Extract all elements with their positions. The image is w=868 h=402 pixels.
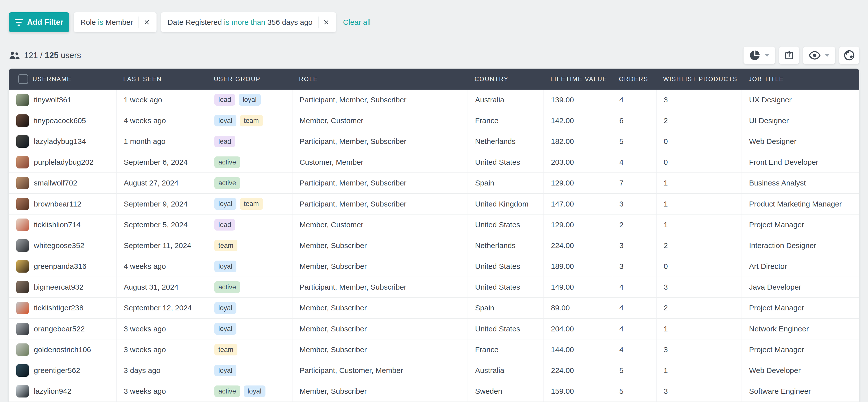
filter-chip-role[interactable]: Role is Member bbox=[74, 12, 157, 32]
table-row[interactable]: ticklishtiger238 September 12, 2024 loya… bbox=[9, 298, 859, 319]
add-filter-button[interactable]: Add Filter bbox=[9, 12, 69, 32]
username-cell: lazyladybug134 bbox=[9, 131, 116, 152]
lifetime-value-cell: 89.00 bbox=[544, 298, 612, 318]
column-header-wishlist-products[interactable]: WISHLIST PRODUCTS bbox=[656, 76, 742, 82]
job-title-cell: Front End Developer bbox=[742, 152, 859, 172]
table-row[interactable]: lazylion942 3 weeks ago activeloyal Memb… bbox=[9, 381, 859, 402]
role-cell: Member, Customer bbox=[292, 214, 468, 235]
remove-filter-button[interactable] bbox=[139, 19, 155, 26]
role-cell: Participant, Member, Subscriber bbox=[292, 90, 468, 110]
pie-chart-icon bbox=[749, 49, 761, 61]
username-text: lazylion942 bbox=[34, 387, 71, 396]
shown-users: 121 bbox=[24, 51, 38, 60]
table-row[interactable]: greentiger562 3 days ago loyal Participa… bbox=[9, 360, 859, 381]
job-title-cell: Product Marketing Manager bbox=[742, 194, 859, 214]
lifetime-value-cell: 224.00 bbox=[544, 235, 612, 256]
close-icon bbox=[144, 19, 150, 26]
loyal-badge: loyal bbox=[214, 198, 237, 209]
country-cell: Australia bbox=[468, 90, 544, 110]
last-seen-cell: August 31, 2024 bbox=[116, 277, 207, 297]
table-row[interactable]: orangebear522 3 weeks ago loyal Member, … bbox=[9, 319, 859, 339]
export-icon bbox=[784, 50, 794, 61]
column-header-job-title[interactable]: JOB TITLE bbox=[742, 76, 859, 82]
column-header-orders[interactable]: ORDERS bbox=[612, 76, 656, 82]
job-title-cell: Project Manager bbox=[742, 298, 859, 318]
badges: activeloyal bbox=[214, 386, 266, 397]
badges: loyal bbox=[214, 302, 237, 314]
username-text: greenpanda316 bbox=[34, 262, 86, 271]
map-button[interactable] bbox=[839, 46, 859, 64]
lead-badge: lead bbox=[214, 94, 235, 105]
last-seen-cell: August 27, 2024 bbox=[116, 173, 207, 193]
role-cell: Member, Subscriber bbox=[292, 319, 468, 339]
export-button[interactable] bbox=[779, 46, 799, 64]
table-row[interactable]: purpleladybug202 September 6, 2024 activ… bbox=[9, 152, 859, 173]
orders-cell: 3 bbox=[612, 235, 656, 256]
table-row[interactable]: tinywolf361 1 week ago leadloyal Partici… bbox=[9, 90, 859, 110]
wishlist-products-cell: 1 bbox=[656, 360, 742, 380]
user-group-cell: active bbox=[207, 277, 292, 297]
orders-cell: 3 bbox=[612, 256, 656, 277]
table-row[interactable]: greenpanda316 4 weeks ago loyal Member, … bbox=[9, 256, 859, 277]
table-row[interactable]: whitegoose352 September 11, 2024 team Me… bbox=[9, 235, 859, 256]
avatar bbox=[16, 198, 29, 210]
user-group-cell: active bbox=[207, 173, 292, 193]
user-group-cell: active bbox=[207, 152, 292, 172]
avatar bbox=[16, 281, 29, 293]
role-cell: Participant, Member, Subscriber bbox=[292, 194, 468, 214]
lifetime-value-cell: 129.00 bbox=[544, 214, 612, 235]
filter-operator: is bbox=[98, 18, 103, 27]
user-group-cell: lead bbox=[207, 214, 292, 235]
table-row[interactable]: bigmeercat932 August 31, 2024 active Par… bbox=[9, 277, 859, 298]
summary-row: 121 / 125 users bbox=[9, 46, 859, 64]
orders-cell: 4 bbox=[612, 339, 656, 360]
username-text: tinypeacock605 bbox=[34, 116, 86, 125]
chart-button[interactable] bbox=[744, 46, 775, 64]
column-header-lifetime-value[interactable]: LIFETIME VALUE bbox=[544, 76, 612, 82]
column-header-username[interactable]: USERNAME bbox=[9, 74, 116, 84]
table-row[interactable]: smallwolf702 August 27, 2024 active Part… bbox=[9, 173, 859, 194]
filter-chip-date-registered[interactable]: Date Registered is more than 356 days ag… bbox=[161, 12, 336, 32]
column-header-last-seen[interactable]: LAST SEEN bbox=[116, 76, 207, 82]
wishlist-products-cell: 3 bbox=[656, 339, 742, 360]
table-row[interactable]: ticklishlion714 September 5, 2024 lead M… bbox=[9, 214, 859, 235]
lead-badge: lead bbox=[214, 136, 235, 147]
lifetime-value-cell: 182.00 bbox=[544, 131, 612, 152]
country-cell: Netherlands bbox=[468, 235, 544, 256]
wishlist-products-cell: 0 bbox=[656, 152, 742, 172]
team-badge: team bbox=[214, 344, 238, 356]
username-text: goldenostrich106 bbox=[34, 345, 91, 354]
wishlist-products-cell: 0 bbox=[656, 256, 742, 277]
visibility-button[interactable] bbox=[803, 46, 835, 64]
wishlist-products-cell: 2 bbox=[656, 298, 742, 318]
clear-all-link[interactable]: Clear all bbox=[343, 18, 371, 27]
user-group-cell: loyal bbox=[207, 360, 292, 380]
country-cell: Spain bbox=[468, 173, 544, 193]
select-all-checkbox[interactable] bbox=[18, 74, 28, 84]
orders-cell: 4 bbox=[612, 319, 656, 339]
avatar bbox=[16, 135, 29, 148]
column-header-role[interactable]: ROLE bbox=[292, 76, 468, 82]
table-row[interactable]: brownbear112 September 9, 2024 loyalteam… bbox=[9, 194, 859, 214]
table-row[interactable]: lazyladybug134 1 month ago lead Particip… bbox=[9, 131, 859, 152]
table-header: USERNAME LAST SEEN USER GROUP ROLE COUNT… bbox=[9, 69, 859, 90]
username-text: ticklishlion714 bbox=[34, 221, 81, 229]
total-users: 125 bbox=[45, 51, 59, 60]
table-row[interactable]: tinypeacock605 4 weeks ago loyalteam Mem… bbox=[9, 110, 859, 131]
wishlist-products-cell: 2 bbox=[656, 235, 742, 256]
username-cell: purpleladybug202 bbox=[9, 152, 116, 172]
lifetime-value-cell: 139.00 bbox=[544, 90, 612, 110]
table-row[interactable]: goldenostrich106 3 weeks ago team Member… bbox=[9, 339, 859, 360]
wishlist-products-cell: 3 bbox=[656, 90, 742, 110]
lifetime-value-cell: 203.00 bbox=[544, 152, 612, 172]
column-header-user-group[interactable]: USER GROUP bbox=[207, 76, 292, 82]
country-cell: Spain bbox=[468, 298, 544, 318]
last-seen-cell: September 5, 2024 bbox=[116, 214, 207, 235]
avatar bbox=[16, 94, 29, 106]
user-group-cell: loyal bbox=[207, 319, 292, 339]
badges: active bbox=[214, 177, 240, 189]
loyal-badge: loyal bbox=[214, 323, 237, 334]
orders-cell: 2 bbox=[612, 214, 656, 235]
column-header-country[interactable]: COUNTRY bbox=[468, 76, 544, 82]
remove-filter-button[interactable] bbox=[318, 19, 334, 26]
